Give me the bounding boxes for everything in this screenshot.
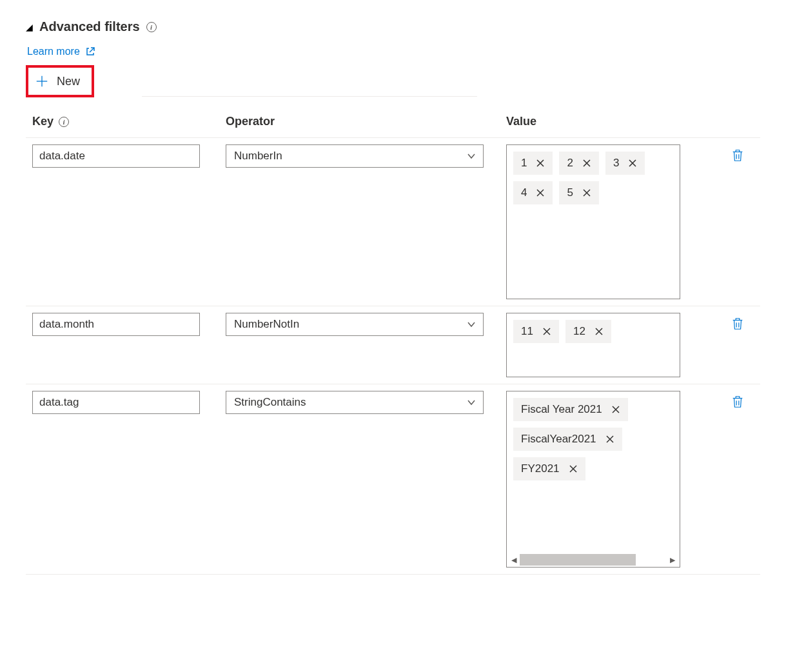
new-button[interactable]: New bbox=[26, 65, 94, 97]
scroll-left-icon[interactable]: ◀ bbox=[508, 554, 520, 566]
chip-label: 1 bbox=[521, 157, 527, 170]
remove-icon[interactable] bbox=[605, 435, 614, 444]
filter-row: 1 2 3 4 5 bbox=[26, 138, 760, 306]
remove-icon[interactable] bbox=[582, 159, 591, 168]
chip-label: 4 bbox=[521, 186, 527, 199]
chip-label: 5 bbox=[567, 186, 573, 199]
remove-icon[interactable] bbox=[536, 188, 545, 197]
remove-icon[interactable] bbox=[536, 159, 545, 168]
learn-more-label: Learn more bbox=[27, 46, 80, 57]
delete-icon[interactable] bbox=[731, 317, 745, 331]
value-chip: Fiscal Year 2021 bbox=[513, 398, 628, 421]
filter-table: Key i Operator Value 1 bbox=[26, 110, 760, 575]
collapse-icon: ◢ bbox=[26, 22, 33, 32]
value-box[interactable]: 1 2 3 4 5 bbox=[506, 144, 680, 299]
value-chip: 3 bbox=[605, 152, 645, 175]
plus-icon bbox=[35, 74, 49, 88]
value-chip: FiscalYear2021 bbox=[513, 428, 622, 451]
horizontal-scrollbar[interactable]: ◀ ▶ bbox=[508, 554, 678, 566]
filter-row: 11 12 bbox=[26, 306, 760, 384]
section-title: Advanced filters bbox=[39, 19, 140, 34]
chip-label: Fiscal Year 2021 bbox=[521, 403, 602, 416]
chip-label: 3 bbox=[613, 157, 619, 170]
chip-label: 2 bbox=[567, 157, 573, 170]
chip-label: FiscalYear2021 bbox=[521, 433, 596, 446]
filter-row: Fiscal Year 2021 FiscalYear2021 FY2021 ◀ bbox=[26, 384, 760, 575]
new-button-label: New bbox=[57, 75, 80, 88]
remove-icon[interactable] bbox=[569, 464, 578, 473]
external-link-icon bbox=[85, 46, 95, 57]
key-input[interactable] bbox=[32, 391, 200, 414]
value-chip: 11 bbox=[513, 320, 559, 343]
info-icon[interactable]: i bbox=[59, 117, 69, 127]
operator-select[interactable] bbox=[226, 391, 484, 414]
toolbar-divider bbox=[142, 96, 477, 97]
delete-icon[interactable] bbox=[731, 148, 745, 163]
value-chip: 2 bbox=[559, 152, 598, 175]
column-header-operator: Operator bbox=[226, 115, 275, 128]
remove-icon[interactable] bbox=[611, 405, 620, 414]
filter-table-header: Key i Operator Value bbox=[26, 110, 760, 138]
advanced-filters-header[interactable]: ◢ Advanced filters i bbox=[26, 19, 760, 34]
key-input[interactable] bbox=[32, 313, 200, 336]
value-chip: FY2021 bbox=[513, 457, 585, 480]
key-input[interactable] bbox=[32, 144, 200, 168]
operator-select[interactable] bbox=[226, 313, 484, 336]
value-box[interactable]: Fiscal Year 2021 FiscalYear2021 FY2021 ◀ bbox=[506, 391, 680, 568]
value-chip: 5 bbox=[559, 181, 598, 204]
value-chip: 12 bbox=[565, 320, 611, 343]
chip-label: FY2021 bbox=[521, 462, 560, 475]
column-header-value: Value bbox=[506, 115, 536, 128]
chip-label: 12 bbox=[573, 325, 585, 338]
operator-select[interactable] bbox=[226, 144, 484, 168]
remove-icon[interactable] bbox=[628, 159, 637, 168]
learn-more-link[interactable]: Learn more bbox=[27, 46, 95, 57]
remove-icon[interactable] bbox=[582, 188, 591, 197]
info-icon[interactable]: i bbox=[146, 22, 157, 32]
value-box[interactable]: 11 12 bbox=[506, 313, 680, 377]
remove-icon[interactable] bbox=[594, 327, 604, 336]
chip-label: 11 bbox=[521, 325, 533, 338]
column-header-key: Key bbox=[32, 115, 54, 128]
value-chip: 1 bbox=[513, 152, 553, 175]
remove-icon[interactable] bbox=[542, 327, 551, 336]
scroll-track[interactable] bbox=[520, 554, 667, 566]
delete-icon[interactable] bbox=[731, 395, 745, 409]
scroll-thumb[interactable] bbox=[520, 554, 636, 566]
scroll-right-icon[interactable]: ▶ bbox=[667, 554, 678, 566]
value-chip: 4 bbox=[513, 181, 553, 204]
